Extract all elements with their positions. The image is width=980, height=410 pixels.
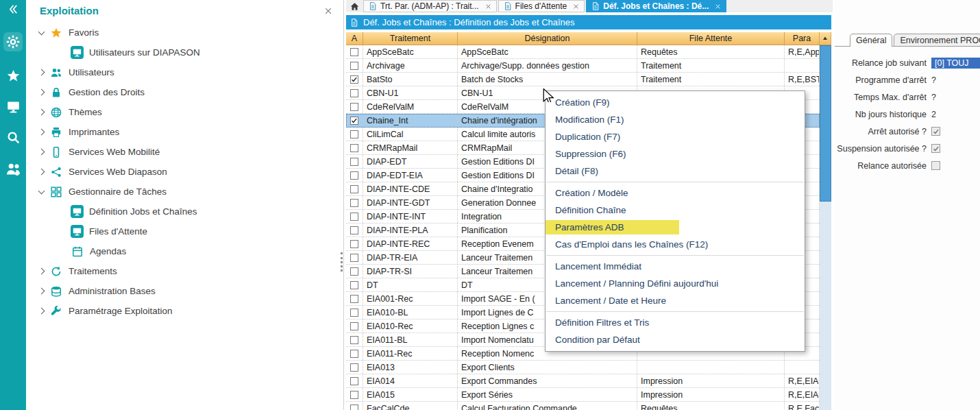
- sidebar-item[interactable]: Files d'Attente: [26, 221, 343, 241]
- menu-item[interactable]: Paramètres ADB: [546, 219, 805, 236]
- expander-right-icon[interactable]: [36, 305, 49, 317]
- expander-right-icon[interactable]: [36, 265, 49, 278]
- sidebar-item[interactable]: Utilisateurs sur DIAPASON: [26, 43, 343, 62]
- row-checkbox[interactable]: [350, 213, 358, 221]
- sidebar-item[interactable]: Utilisateurs: [26, 62, 343, 82]
- row-checkbox[interactable]: [350, 103, 358, 111]
- collapse-button[interactable]: [8, 4, 19, 14]
- panel-resize-handle[interactable]: [341, 252, 343, 272]
- table-row[interactable]: ArchivageArchivage/Supp. données gestion…: [346, 59, 820, 73]
- menu-item[interactable]: Lancement / Planning Défini aujourd'hui: [546, 275, 805, 292]
- row-checkbox[interactable]: [350, 391, 358, 399]
- expander-right-icon[interactable]: [36, 126, 49, 138]
- expander-right-icon[interactable]: [36, 67, 49, 79]
- column-header[interactable]: Désignation: [458, 32, 637, 45]
- detail-tab[interactable]: Général: [850, 34, 892, 47]
- table-row[interactable]: FacCalCdeCalcul Facturation CommandeRequ…: [346, 402, 820, 410]
- expander-down-icon[interactable]: [36, 186, 49, 198]
- search-button[interactable]: [7, 131, 20, 144]
- menu-item[interactable]: Définition Filtres et Tris: [546, 314, 805, 331]
- sidebar-item[interactable]: Thèmes: [26, 102, 343, 122]
- scroll-up-icon[interactable]: [820, 32, 831, 45]
- column-header[interactable]: A: [346, 32, 363, 45]
- expander-down-icon[interactable]: [36, 27, 49, 39]
- menu-item[interactable]: Lancement Immédiat: [546, 258, 805, 275]
- expander-right-icon[interactable]: [36, 166, 49, 178]
- document-tab[interactable]: Déf. Jobs et Chaînes : Dé...: [586, 0, 726, 12]
- document-tab[interactable]: Files d'Attente: [498, 0, 585, 12]
- menu-item[interactable]: Création / Modèle: [546, 184, 805, 202]
- home-button[interactable]: [346, 0, 363, 12]
- table-row[interactable]: EIA013Export Clients: [346, 361, 820, 374]
- menu-item[interactable]: Suppression (F6): [546, 145, 805, 162]
- highlighted-menu-item[interactable]: Paramètres ADB: [546, 220, 679, 234]
- sidebar-item[interactable]: Gestion des Droits: [26, 82, 343, 102]
- row-checkbox[interactable]: [350, 309, 358, 317]
- table-row[interactable]: EIA014Export CommandesImpressionR,E,EIA0…: [346, 374, 820, 388]
- row-checkbox[interactable]: [350, 144, 358, 152]
- row-checkbox[interactable]: [350, 199, 358, 207]
- modules-button[interactable]: [3, 32, 23, 51]
- row-checkbox[interactable]: [350, 322, 358, 330]
- menu-item[interactable]: Lancement / Date et Heure: [546, 292, 805, 309]
- row-checkbox[interactable]: [350, 377, 358, 385]
- row-checkbox[interactable]: [350, 130, 358, 138]
- column-header[interactable]: Traitement: [363, 32, 458, 45]
- menu-item[interactable]: Définition Chaîne: [546, 202, 805, 219]
- row-checkbox[interactable]: [350, 62, 358, 70]
- sidebar-item[interactable]: Services Web Diapason: [26, 162, 343, 182]
- sidebar-item[interactable]: Services Web Mobilité: [26, 142, 343, 162]
- close-icon[interactable]: [485, 3, 491, 10]
- row-checkbox[interactable]: [350, 185, 358, 193]
- expander-right-icon[interactable]: [36, 146, 49, 158]
- row-checkbox[interactable]: [350, 254, 358, 262]
- field-checkbox[interactable]: [931, 127, 940, 136]
- menu-item[interactable]: Création (F9): [546, 94, 805, 111]
- detail-tab[interactable]: Environnement PROG: [894, 34, 980, 47]
- row-checkbox[interactable]: [350, 48, 358, 56]
- field-checkbox[interactable]: [931, 161, 940, 170]
- sidebar-item[interactable]: Gestionnaire de Tâches: [26, 182, 343, 202]
- row-checkbox[interactable]: [350, 75, 358, 84]
- row-checkbox[interactable]: [350, 363, 358, 372]
- column-header[interactable]: File Attente: [637, 32, 785, 45]
- sidebar-item[interactable]: Favoris: [26, 23, 343, 43]
- document-tab[interactable]: Trt. Par. (ADM-AP) : Trait...: [363, 0, 497, 12]
- row-checkbox[interactable]: [350, 336, 358, 344]
- row-checkbox[interactable]: [350, 89, 358, 97]
- row-checkbox[interactable]: [350, 171, 358, 180]
- close-icon[interactable]: [715, 3, 721, 10]
- expander-right-icon[interactable]: [36, 285, 49, 298]
- field-checkbox[interactable]: [931, 144, 940, 153]
- menu-item[interactable]: Détail (F8): [546, 162, 805, 180]
- user-button[interactable]: [6, 162, 21, 176]
- menu-item[interactable]: Condition par Défaut: [546, 331, 805, 348]
- expander-right-icon[interactable]: [36, 106, 49, 119]
- table-row[interactable]: BatStoBatch de StocksTraitementR,E,BSTO: [346, 73, 820, 86]
- expander-right-icon[interactable]: [36, 86, 49, 99]
- menu-item[interactable]: Cas d'Emploi dans les Chaînes (F12): [546, 236, 805, 253]
- row-checkbox[interactable]: [350, 226, 358, 234]
- field-value-select[interactable]: [0] TOUJ: [931, 58, 980, 69]
- scrollbar-thumb[interactable]: [820, 45, 831, 202]
- menu-item[interactable]: Modification (F1): [546, 111, 805, 128]
- sidebar-item[interactable]: Administration Bases: [26, 281, 343, 301]
- row-checkbox[interactable]: [350, 267, 358, 276]
- sidebar-item[interactable]: Agendas: [26, 241, 343, 261]
- sidebar-item[interactable]: Imprimantes: [26, 122, 343, 142]
- sidebar-item[interactable]: Définition Jobs et Chaînes: [26, 202, 343, 221]
- row-checkbox[interactable]: [350, 295, 358, 303]
- grid-scrollbar[interactable]: [820, 45, 831, 410]
- screens-button[interactable]: [7, 100, 20, 113]
- row-checkbox[interactable]: [350, 405, 358, 410]
- row-checkbox[interactable]: [350, 117, 358, 125]
- row-checkbox[interactable]: [350, 240, 358, 248]
- row-checkbox[interactable]: [350, 350, 358, 358]
- row-checkbox[interactable]: [350, 281, 358, 289]
- sidebar-item[interactable]: Traitements: [26, 261, 343, 281]
- close-icon[interactable]: [573, 3, 579, 10]
- favorites-button[interactable]: [7, 69, 20, 82]
- table-row[interactable]: EIA015Export SériesImpressionR,E,EIA01: [346, 388, 820, 402]
- close-icon[interactable]: [324, 5, 332, 16]
- menu-item[interactable]: Duplication (F7): [546, 128, 805, 145]
